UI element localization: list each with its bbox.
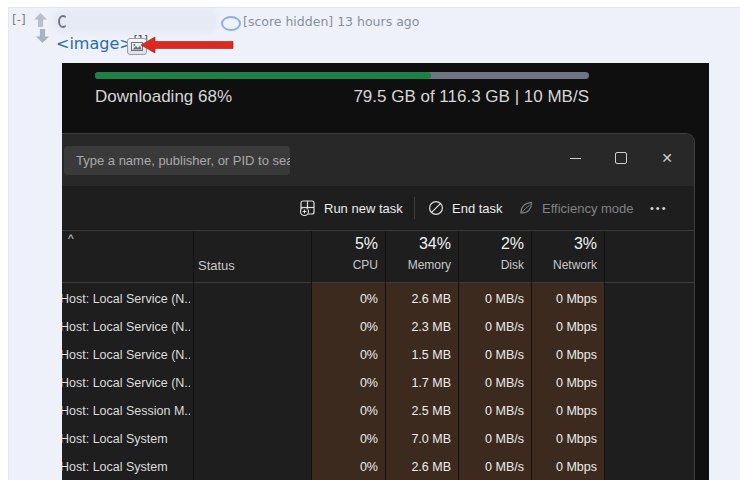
collapse-comment-toggle[interactable]: [-]	[12, 13, 26, 27]
column-header-status[interactable]: Status	[198, 258, 235, 273]
process-network: 0 Mbps	[531, 313, 597, 341]
process-disk: 0 MB/s	[458, 341, 524, 369]
table-header: ^ Status 5% CPU 34% Memory 2% Disk 3% Ne…	[62, 231, 694, 283]
process-memory: 1.7 MB	[385, 369, 451, 397]
column-header-network[interactable]: 3% Network	[531, 235, 597, 272]
process-disk: 0 MB/s	[458, 285, 524, 313]
process-name: Host: Local System	[62, 425, 190, 453]
process-name: Host: Local Service (N...	[62, 285, 190, 313]
end-task-label: End task	[452, 201, 503, 216]
process-disk: 0 MB/s	[458, 397, 524, 425]
toolbar: Run new task End task Efficiency mode	[62, 186, 694, 231]
close-button[interactable]: ✕	[644, 140, 690, 176]
download-progress-track	[95, 72, 589, 79]
process-network: 0 Mbps	[531, 341, 597, 369]
memory-label: Memory	[385, 258, 451, 272]
process-memory: 7.0 MB	[385, 425, 451, 453]
process-cpu: 0%	[311, 369, 378, 397]
comment-score-timestamp: [score hidden] 13 hours ago	[243, 14, 419, 29]
process-network: 0 Mbps	[531, 285, 597, 313]
efficiency-mode-button[interactable]: Efficiency mode	[518, 195, 634, 221]
titlebar: ✕	[62, 134, 694, 186]
task-manager-window: ✕ Run new task	[62, 133, 695, 480]
sort-caret-icon[interactable]: ^	[68, 232, 74, 246]
blurred-flair-badge	[221, 16, 241, 31]
network-label: Network	[531, 258, 597, 272]
column-header-disk[interactable]: 2% Disk	[458, 235, 524, 272]
column-header-memory[interactable]: 34% Memory	[385, 235, 451, 272]
process-disk: 0 MB/s	[458, 453, 524, 480]
maximize-button[interactable]	[598, 140, 644, 176]
run-new-task-button[interactable]: Run new task	[300, 195, 403, 221]
cpu-total-usage: 5%	[311, 235, 378, 253]
end-task-icon	[428, 200, 444, 216]
minimize-button[interactable]	[552, 140, 598, 176]
process-memory: 2.5 MB	[385, 397, 451, 425]
process-row[interactable]: Host: Local Service (N... 0% 2.6 MB 0 MB…	[62, 285, 694, 313]
minimize-icon	[570, 158, 581, 159]
process-name: Host: Local Session M...	[62, 397, 190, 425]
process-row[interactable]: Host: Local Service (N... 0% 1.5 MB 0 MB…	[62, 341, 694, 369]
blur-artifact	[58, 15, 68, 28]
search-input[interactable]	[64, 146, 290, 175]
process-network: 0 Mbps	[531, 425, 597, 453]
more-options-button[interactable]: •••	[650, 195, 668, 221]
image-link-text[interactable]: <image>	[56, 34, 133, 53]
screenshot-root: [-] [score hidden] 13 hours ago <image>[…	[0, 0, 740, 480]
process-row[interactable]: Host: Local Service (N... 0% 1.7 MB 0 MB…	[62, 369, 694, 397]
process-memory: 2.6 MB	[385, 285, 451, 313]
process-name: Host: Local Service (N...	[62, 369, 190, 397]
process-name: Host: Local Service (N...	[62, 313, 190, 341]
toolbar-divider	[414, 197, 415, 219]
new-task-icon	[300, 200, 316, 216]
process-cpu: 0%	[311, 397, 378, 425]
run-new-task-label: Run new task	[324, 201, 403, 216]
process-memory: 2.3 MB	[385, 313, 451, 341]
process-row[interactable]: Host: Local System 0% 2.6 MB 0 MB/s 0 Mb…	[62, 453, 694, 480]
process-cpu: 0%	[311, 453, 378, 480]
process-disk: 0 MB/s	[458, 369, 524, 397]
cpu-label: CPU	[311, 258, 378, 272]
memory-total-usage: 34%	[385, 235, 451, 253]
leaf-icon	[518, 200, 534, 216]
efficiency-mode-label: Efficiency mode	[542, 201, 634, 216]
annotation-arrow-icon	[141, 36, 234, 54]
process-row[interactable]: Host: Local Session M... 0% 2.5 MB 0 MB/…	[62, 397, 694, 425]
column-header-cpu[interactable]: 5% CPU	[311, 235, 378, 272]
process-disk: 0 MB/s	[458, 313, 524, 341]
process-cpu: 0%	[311, 425, 378, 453]
process-disk: 0 MB/s	[458, 425, 524, 453]
process-memory: 1.5 MB	[385, 341, 451, 369]
process-name: Host: Local Service (N...	[62, 341, 190, 369]
process-memory: 2.6 MB	[385, 453, 451, 480]
process-cpu: 0%	[311, 285, 378, 313]
process-name: Host: Local System	[62, 453, 190, 480]
process-row[interactable]: Host: Local Service (N... 0% 2.3 MB 0 MB…	[62, 313, 694, 341]
process-cpu: 0%	[311, 313, 378, 341]
close-icon: ✕	[661, 151, 673, 165]
blurred-username[interactable]	[55, 12, 215, 30]
process-cpu: 0%	[311, 341, 378, 369]
embedded-screenshot: Downloading 68% 79.5 GB of 116.3 GB | 10…	[62, 63, 709, 480]
process-list: Host: Local Service (N... 0% 2.6 MB 0 MB…	[62, 283, 694, 480]
maximize-icon	[615, 152, 627, 164]
download-progress-fill	[95, 72, 431, 79]
download-size-speed-label: 79.5 GB of 116.3 GB | 10 MB/S	[353, 87, 589, 107]
process-network: 0 Mbps	[531, 369, 597, 397]
end-task-button[interactable]: End task	[428, 195, 503, 221]
process-network: 0 Mbps	[531, 397, 597, 425]
process-row[interactable]: Host: Local System 0% 7.0 MB 0 MB/s 0 Mb…	[62, 425, 694, 453]
network-total-usage: 3%	[531, 235, 597, 253]
disk-label: Disk	[458, 258, 524, 272]
process-network: 0 Mbps	[531, 453, 597, 480]
disk-total-usage: 2%	[458, 235, 524, 253]
download-status-label: Downloading 68%	[95, 87, 232, 107]
